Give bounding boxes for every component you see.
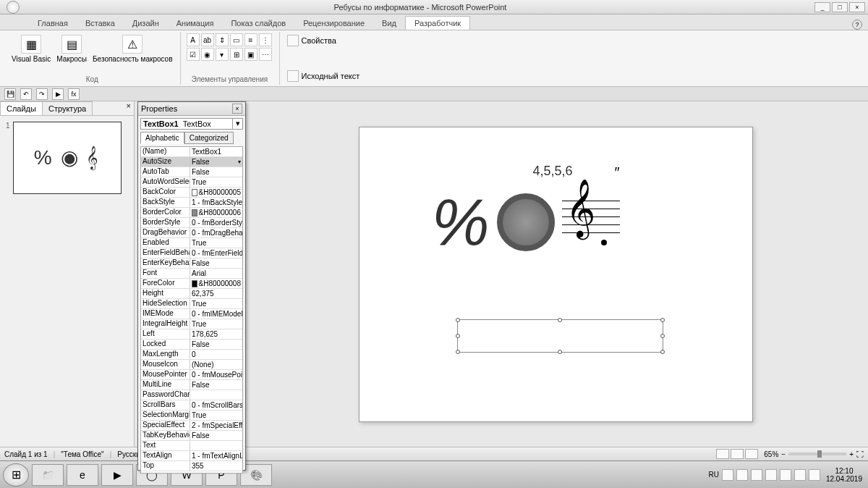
property-row[interactable]: LockedFalse	[141, 340, 242, 350]
property-row[interactable]: Text	[141, 441, 242, 451]
resize-handle-n[interactable]	[558, 318, 562, 322]
fit-button[interactable]: ⛶	[856, 450, 864, 458]
alphabetic-tab[interactable]: Alphabetic	[140, 132, 184, 144]
tray-icon-3[interactable]	[751, 469, 762, 481]
property-row[interactable]: EnterFieldBehavior0 - fmEnterFieldBehavi…	[141, 248, 242, 258]
control-list-icon[interactable]: ⋮	[259, 33, 272, 46]
minimize-button[interactable]: _	[814, 2, 830, 12]
properties-window[interactable]: Properties × TextBox1 TextBox ▾ Alphabet…	[137, 101, 246, 471]
control-combo-icon[interactable]: ▾	[216, 48, 229, 61]
tab-insert[interactable]: Вставка	[77, 17, 124, 30]
property-value[interactable]: False▾	[190, 157, 242, 167]
resize-handle-ne[interactable]	[660, 318, 665, 322]
property-row[interactable]: Top355	[141, 461, 242, 471]
fx-button[interactable]: fx	[68, 88, 80, 100]
property-row[interactable]: IntegralHeightTrue	[141, 319, 242, 329]
resize-handle-s[interactable]	[558, 350, 562, 354]
property-row[interactable]: AutoWordSelectTrue	[141, 177, 242, 188]
property-row[interactable]: AutoSizeFalse▾	[141, 157, 242, 167]
slideshow-view-button[interactable]	[745, 449, 758, 459]
tab-slideshow[interactable]: Показ слайдов	[222, 17, 294, 30]
resize-handle-e[interactable]	[660, 334, 665, 338]
explorer-task-button[interactable]: 📁	[32, 464, 64, 486]
tab-view[interactable]: Вид	[373, 17, 405, 30]
property-value[interactable]: True	[190, 299, 242, 308]
tray-icon-1[interactable]	[722, 469, 733, 481]
object-selector[interactable]: TextBox1 TextBox ▾	[140, 118, 243, 130]
property-value[interactable]: 1 - fmBackStyleOpaque	[190, 198, 242, 207]
property-row[interactable]: FontArial	[141, 269, 242, 279]
chevron-down-icon[interactable]: ▾	[238, 159, 241, 165]
property-row[interactable]: EnterKeyBehaviorFalse	[141, 258, 242, 269]
redo-button[interactable]: ↷	[36, 88, 48, 100]
property-value[interactable]: Arial	[190, 269, 242, 278]
property-row[interactable]: ForeColor&H80000008	[141, 279, 242, 289]
resize-handle-w[interactable]	[456, 334, 460, 338]
property-row[interactable]: IMEMode0 - fmIMEModeNoControl	[141, 309, 242, 319]
property-row[interactable]: MultiLineFalse	[141, 380, 242, 390]
volume-icon[interactable]	[809, 469, 820, 481]
property-value[interactable]: True	[190, 238, 242, 248]
property-row[interactable]: (Name)TextBox1	[141, 147, 242, 157]
property-row[interactable]: TextAlign1 - fmTextAlignLeft	[141, 451, 242, 461]
tab-home[interactable]: Главная	[29, 17, 77, 30]
network-icon[interactable]	[794, 469, 806, 481]
view-code-button[interactable]: Исходный текст	[286, 69, 362, 83]
normal-view-button[interactable]	[716, 449, 729, 459]
property-row[interactable]: BackStyle1 - fmBackStyleOpaque	[141, 198, 242, 208]
zoom-slider[interactable]	[788, 453, 846, 455]
property-value[interactable]	[190, 441, 242, 450]
tab-developer[interactable]: Разработчик	[405, 16, 470, 30]
tray-icon-5[interactable]	[780, 469, 791, 481]
property-value[interactable]: (None)	[190, 360, 242, 369]
macros-button[interactable]: ▤Макросы	[55, 33, 88, 64]
control-spin-icon[interactable]: ⇕	[216, 33, 229, 46]
property-value[interactable]: 0 - fmEnterFieldBehaviorSelectAll	[190, 248, 242, 258]
property-row[interactable]: ScrollBars0 - fmScrollBarsNone	[141, 400, 242, 411]
property-value[interactable]: 0 - fmMousePointerDefault	[190, 370, 242, 379]
control-image-icon[interactable]: ▣	[244, 48, 258, 61]
property-row[interactable]: SelectionMarginTrue	[141, 411, 242, 421]
control-scroll-icon[interactable]: ≡	[244, 33, 258, 46]
control-button-icon[interactable]: ▭	[230, 33, 243, 46]
tab-design[interactable]: Дизайн	[124, 17, 168, 30]
property-value[interactable]: 62,375	[190, 289, 242, 298]
property-value[interactable]: 1 - fmTextAlignLeft	[190, 451, 242, 460]
categorized-tab[interactable]: Categorized	[184, 132, 234, 144]
control-toggle-icon[interactable]: ⊞	[230, 48, 243, 61]
property-row[interactable]: TabKeyBehaviorFalse	[141, 431, 242, 441]
slide-thumbnail[interactable]: % ◉ 𝄞	[13, 122, 122, 194]
maximize-button[interactable]: □	[832, 2, 848, 12]
outline-tab[interactable]: Структура	[43, 101, 93, 115]
property-value[interactable]: True	[190, 177, 242, 187]
repeat-button[interactable]: ▶	[52, 88, 64, 100]
property-row[interactable]: MaxLength0	[141, 350, 242, 360]
property-value[interactable]: 0 - fmDragBehaviorDisabled	[190, 228, 242, 237]
tray-icon-2[interactable]	[736, 469, 748, 481]
property-value[interactable]: 2 - fmSpecialEffectSunken	[190, 421, 242, 430]
property-value[interactable]: 355	[190, 461, 242, 471]
property-value[interactable]: True	[190, 319, 242, 329]
property-row[interactable]: PasswordChar	[141, 390, 242, 400]
property-value[interactable]: &H80000008	[190, 279, 242, 288]
close-button[interactable]: ×	[849, 2, 865, 12]
undo-button[interactable]: ↶	[20, 88, 32, 100]
system-clock[interactable]: 12:10 12.04.2019	[823, 467, 865, 483]
property-value[interactable]: False	[190, 340, 242, 349]
property-value[interactable]: 178,625	[190, 329, 242, 339]
property-row[interactable]: Height62,375	[141, 289, 242, 299]
property-value[interactable]: &H80000006	[190, 208, 242, 217]
property-value[interactable]: False	[190, 167, 242, 177]
property-row[interactable]: EnabledTrue	[141, 238, 242, 248]
property-row[interactable]: MouseIcon(None)	[141, 360, 242, 370]
sorter-view-button[interactable]	[731, 449, 744, 459]
control-more-icon[interactable]: ⋯	[259, 48, 272, 61]
macro-security-button[interactable]: ⚠Безопасность макросов	[91, 33, 174, 64]
media-task-button[interactable]: ▶	[101, 464, 133, 486]
textbox-selection[interactable]	[457, 319, 663, 353]
property-value[interactable]: False	[190, 380, 242, 390]
properties-grid[interactable]: (Name)TextBox1AutoSizeFalse▾AutoTabFalse…	[140, 146, 243, 474]
save-icon[interactable]: 💾	[4, 88, 16, 100]
control-label-icon[interactable]: A	[187, 33, 200, 46]
property-value[interactable]: True	[190, 411, 242, 420]
